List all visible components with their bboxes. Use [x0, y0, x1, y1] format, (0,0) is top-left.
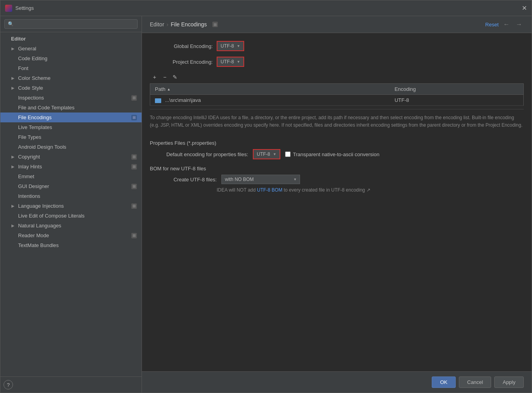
sidebar-item-emmet[interactable]: Emmet: [0, 172, 142, 181]
apply-button[interactable]: Apply: [494, 376, 524, 388]
sidebar-item-code-editing[interactable]: Code Editing: [0, 54, 142, 63]
properties-encoding-dropdown[interactable]: UTF-8: [254, 150, 280, 159]
panel-body: Global Encoding: UTF-8 Project Encoding:…: [142, 33, 532, 371]
sidebar-item-label: Live Edit of Compose Literals: [18, 213, 85, 219]
reset-button[interactable]: Reset: [485, 22, 499, 28]
transparent-conversion-checkbox[interactable]: [285, 151, 291, 157]
sidebar-item-label: Language Injections: [18, 203, 64, 209]
sidebar-item-file-code-templates[interactable]: File and Code Templates: [0, 103, 142, 113]
bom-section-title: BOM for new UTF-8 files: [150, 166, 524, 172]
sidebar-item-color-scheme[interactable]: ▶ Color Scheme: [0, 73, 142, 83]
sidebar-item-label: File Types: [18, 134, 41, 140]
sidebar-item-font[interactable]: Font: [0, 63, 142, 73]
sidebar-item-intentions[interactable]: Intentions: [0, 191, 142, 201]
folder-icon: [155, 98, 161, 103]
bom-info-prefix: IDEA will NOT add: [217, 187, 257, 193]
transparent-conversion-label: Transparent native-to-ascii conversion: [293, 151, 379, 157]
sidebar-item-android-design-tools[interactable]: Android Design Tools: [0, 142, 142, 152]
sidebar-bottom: ?: [0, 376, 142, 393]
remove-path-button[interactable]: −: [160, 72, 169, 82]
sidebar-item-editor[interactable]: Editor: [0, 34, 142, 44]
global-encoding-dropdown-wrapper: UTF-8: [217, 41, 244, 51]
sidebar-item-language-injections[interactable]: ▶ Language Injections ⊞: [0, 201, 142, 211]
right-panel: Editor › File Encodings ⊞ Reset ← → Glob…: [142, 16, 532, 393]
sidebar-item-reader-mode[interactable]: Reader Mode ⊞: [0, 231, 142, 240]
help-button[interactable]: ?: [4, 380, 13, 389]
transparent-conversion-group: Transparent native-to-ascii conversion: [285, 151, 379, 157]
info-text: To change encoding IntelliJ IDEA uses fo…: [150, 109, 524, 134]
sidebar-item-label: Inlay Hints: [18, 164, 42, 170]
arrow-icon: ▶: [11, 46, 16, 51]
sidebar-item-gui-designer[interactable]: GUI Designer ⊞: [0, 181, 142, 191]
header-actions: Reset ← →: [485, 20, 524, 29]
sidebar-item-label: Copyright: [18, 154, 40, 160]
nav-forward-button[interactable]: →: [514, 20, 524, 29]
bom-link[interactable]: UTF-8 BOM: [257, 187, 282, 193]
default-encoding-label: Default encoding for properties files:: [154, 151, 248, 157]
sidebar-item-label: Code Editing: [18, 55, 47, 61]
panel-footer: OK Cancel Apply: [142, 371, 532, 393]
sidebar-item-live-templates[interactable]: Live Templates: [0, 122, 142, 132]
encoding-column-header[interactable]: Encoding: [390, 84, 523, 95]
breadcrumb-current: File Encodings: [171, 21, 207, 28]
sidebar-item-natural-languages[interactable]: ▶ Natural Languages: [0, 221, 142, 231]
sidebar-item-label: Inspections: [18, 95, 44, 101]
project-encoding-dropdown-wrapper: UTF-8: [217, 57, 244, 67]
sidebar-item-label: TextMate Bundles: [18, 242, 59, 248]
bom-info-suffix: to every created file in UTF-8 encoding …: [282, 187, 370, 193]
badge-icon: ⊞: [131, 115, 137, 120]
close-button[interactable]: ✕: [522, 4, 527, 12]
sidebar-item-copyright[interactable]: ▶ Copyright ⊞: [0, 152, 142, 162]
sidebar-item-inlay-hints[interactable]: ▶ Inlay Hints ⊞: [0, 162, 142, 172]
badge-icon: ⊞: [131, 203, 137, 209]
path-column-header[interactable]: Path ▲: [150, 84, 390, 95]
sidebar-item-label: File Encodings: [18, 114, 52, 120]
badge-icon: ⊞: [131, 184, 137, 189]
table-row[interactable]: ...\src\main\java UTF-8: [150, 95, 524, 106]
sidebar-item-label: Reader Mode: [18, 232, 49, 238]
global-encoding-dropdown[interactable]: UTF-8: [217, 42, 243, 50]
arrow-icon: ▶: [11, 223, 16, 228]
encoding-cell: UTF-8: [390, 95, 523, 106]
create-utf8-label: Create UTF-8 files:: [154, 177, 217, 183]
settings-window: Settings ✕ Editor ▶ General: [0, 0, 532, 393]
ok-button[interactable]: OK: [432, 376, 456, 388]
arrow-icon: ▶: [11, 204, 16, 208]
properties-section-title: Properties Files (*.properties): [150, 140, 524, 146]
tree-list: Editor ▶ General Code Editing Font: [0, 32, 142, 376]
window-title: Settings: [15, 5, 34, 11]
sidebar-item-file-types[interactable]: File Types: [0, 132, 142, 142]
project-encoding-dropdown[interactable]: UTF-8: [217, 57, 243, 66]
nav-back-button[interactable]: ←: [502, 20, 511, 29]
search-box: [0, 16, 142, 32]
sidebar-item-label: Live Templates: [18, 124, 52, 130]
sidebar-item-code-style[interactable]: ▶ Code Style: [0, 83, 142, 93]
sidebar-item-inspections[interactable]: Inspections ⊞: [0, 93, 142, 103]
arrow-icon: ▶: [11, 164, 16, 169]
table-toolbar: + − ✎: [150, 72, 524, 82]
sort-icon: ▲: [167, 87, 171, 91]
sidebar-item-label: Code Style: [18, 85, 43, 91]
sidebar-item-label: Intentions: [18, 193, 40, 199]
arrow-icon: ▶: [11, 155, 16, 159]
project-encoding-label: Project Encoding:: [150, 59, 213, 65]
sidebar-item-general[interactable]: ▶ General: [0, 44, 142, 54]
sidebar-item-live-edit-compose[interactable]: Live Edit of Compose Literals: [0, 211, 142, 221]
sidebar-item-label: Color Scheme: [18, 75, 50, 81]
cancel-button[interactable]: Cancel: [459, 376, 491, 388]
main-content: Editor ▶ General Code Editing Font: [0, 16, 532, 393]
app-icon: [5, 5, 12, 12]
sidebar-item-textmate-bundles[interactable]: TextMate Bundles: [0, 240, 142, 250]
bom-dropdown[interactable]: with NO BOM with BOM: [221, 175, 300, 184]
sidebar-item-label: Android Design Tools: [18, 144, 66, 150]
edit-path-button[interactable]: ✎: [170, 72, 180, 82]
global-encoding-label: Global Encoding:: [150, 43, 213, 49]
sidebar-item-label: GUI Designer: [18, 183, 49, 189]
encoding-table: Path ▲ Encoding ...\src\main\java: [150, 83, 524, 106]
sidebar-item-label: Emmet: [18, 173, 34, 179]
search-input[interactable]: [4, 19, 138, 29]
arrow-icon: ▶: [11, 76, 16, 80]
add-path-button[interactable]: +: [150, 72, 159, 82]
sidebar-item-file-encodings[interactable]: File Encodings ⊞: [0, 113, 142, 122]
title-bar: Settings ✕: [0, 0, 532, 16]
